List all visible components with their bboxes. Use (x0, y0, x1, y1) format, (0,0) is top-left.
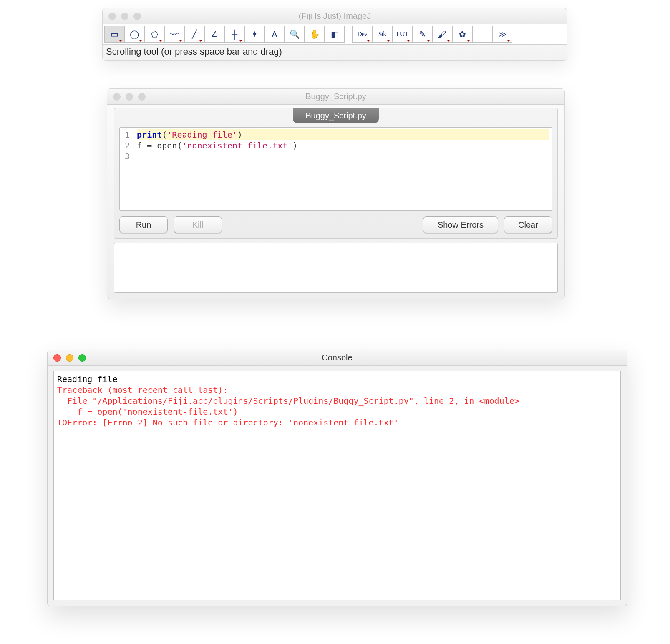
rectangle-tool[interactable]: ▭ (104, 26, 124, 43)
show-errors-button[interactable]: Show Errors (423, 216, 498, 233)
editor-output-pane[interactable] (114, 243, 558, 293)
console-output[interactable]: Reading fileTraceback (most recent call … (53, 371, 621, 600)
imagej-toolbar: ▭◯⬠〰╱∠┼✶A🔍✋◧DevStkLUT✎🖌✿≫ (103, 24, 567, 45)
oval-tool[interactable]: ◯ (124, 26, 144, 43)
line-gutter: 123 (120, 128, 133, 210)
hand-tool[interactable]: ✋ (305, 26, 325, 43)
run-button[interactable]: Run (119, 216, 168, 233)
console-title: Console (48, 353, 627, 362)
blank-tool[interactable] (472, 26, 492, 43)
code-editor[interactable]: 123 print('Reading file')f = open('nonex… (119, 127, 552, 211)
line-tool[interactable]: ╱ (184, 26, 204, 43)
editor-panel: Buggy_Script.py 123 print('Reading file'… (114, 108, 558, 239)
stk-tool[interactable]: Stk (372, 26, 392, 43)
angle-tool[interactable]: ∠ (204, 26, 224, 43)
point-tool[interactable]: ┼ (224, 26, 244, 43)
kill-button[interactable]: Kill (174, 216, 222, 233)
lut-tool[interactable]: LUT (392, 26, 412, 43)
imagej-window: (Fiji Is Just) ImageJ ▭◯⬠〰╱∠┼✶A🔍✋◧DevStk… (102, 8, 567, 61)
spray-tool[interactable]: ✿ (452, 26, 472, 43)
magnify-tool[interactable]: 🔍 (285, 26, 305, 43)
imagej-titlebar[interactable]: (Fiji Is Just) ImageJ (103, 8, 567, 24)
console-window: Console Reading fileTraceback (most rece… (47, 350, 627, 606)
console-titlebar[interactable]: Console (48, 350, 627, 366)
freehand-tool[interactable]: 〰 (164, 26, 184, 43)
pencil-tool[interactable]: ✎ (412, 26, 432, 43)
text-tool[interactable]: A (264, 26, 285, 43)
dev-tool[interactable]: Dev (352, 26, 372, 43)
tab-file[interactable]: Buggy_Script.py (293, 108, 379, 123)
imagej-title: (Fiji Is Just) ImageJ (103, 11, 567, 21)
script-title: Buggy_Script.py (107, 92, 564, 101)
editor-button-row: Run Kill Show Errors Clear (114, 211, 557, 233)
status-text: Scrolling tool (or press space bar and d… (103, 45, 567, 60)
clear-button[interactable]: Clear (504, 216, 552, 233)
more-tool[interactable]: ≫ (492, 26, 512, 43)
polygon-tool[interactable]: ⬠ (144, 26, 164, 43)
script-editor-window: Buggy_Script.py Buggy_Script.py 123 prin… (107, 88, 565, 299)
color-picker-tool[interactable]: ◧ (325, 26, 345, 43)
brush-tool[interactable]: 🖌 (432, 26, 452, 43)
wand-tool[interactable]: ✶ (244, 26, 264, 43)
script-titlebar[interactable]: Buggy_Script.py (107, 89, 564, 105)
code-lines[interactable]: print('Reading file')f = open('nonexiste… (133, 128, 552, 210)
